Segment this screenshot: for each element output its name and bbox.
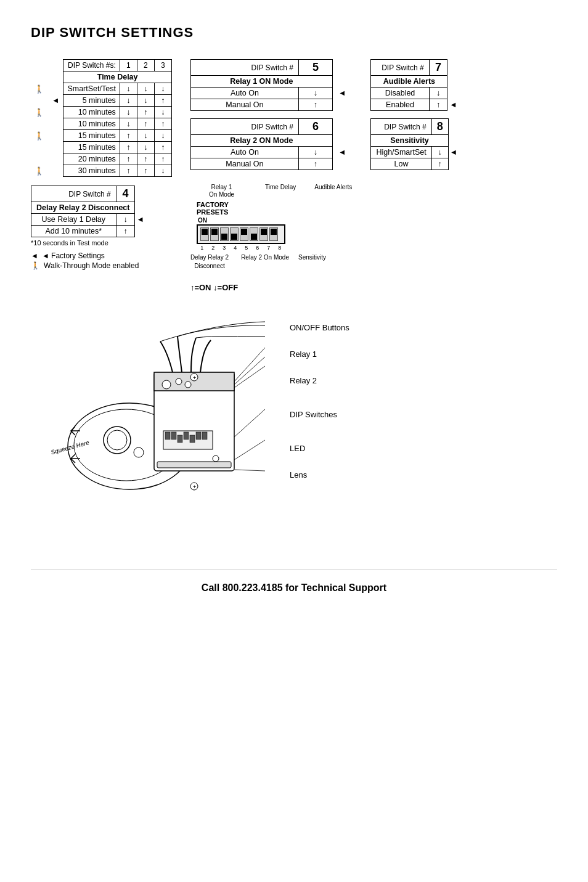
annotation-delay-relay2: Delay Relay 2Disconnect bbox=[190, 253, 229, 271]
legend-section: ◄ ◄ Factory Settings 🚶 Walk-Through Mode… bbox=[31, 251, 172, 270]
t8-row1-factory: ◄ bbox=[448, 147, 459, 158]
dip-chip-area: ON bbox=[197, 217, 353, 251]
t8-row2: Low bbox=[371, 158, 431, 170]
svg-point-18 bbox=[213, 455, 219, 462]
t4-header-label: DIP Switch # bbox=[31, 186, 116, 202]
annotation-sensitivity: Sensitivity bbox=[298, 253, 326, 271]
t4-section: Delay Relay 2 Disconnect bbox=[31, 202, 135, 214]
dip-switch-1 bbox=[200, 227, 209, 241]
t4-row2: Add 10 minutes* bbox=[31, 226, 116, 237]
label-onoff-text: ON/OFF Buttons bbox=[290, 323, 349, 332]
svg-rect-19 bbox=[157, 462, 231, 468]
t8-num: 8 bbox=[431, 119, 448, 135]
label-led: LED bbox=[290, 444, 557, 453]
svg-line-29 bbox=[234, 470, 265, 471]
t6-row2-arrow: ↑ bbox=[298, 158, 332, 170]
annotation-audible: Audible Alerts bbox=[314, 184, 352, 191]
svg-rect-9 bbox=[171, 432, 176, 439]
table-row: 🚶 10 minutes ↓ ↑ ↓ bbox=[31, 107, 171, 118]
right-col: DIP Switch # 7 Audible Alerts Disabled ↓… bbox=[370, 59, 459, 170]
switch-knob-1 bbox=[202, 229, 208, 235]
t4-row1-factory: ◄ bbox=[135, 214, 145, 226]
triangle-icon: ◄ bbox=[31, 251, 38, 260]
t5-num: 5 bbox=[298, 60, 332, 76]
annotation-relay1-on: Relay 1On Mode bbox=[209, 184, 234, 198]
t7-section: Audible Alerts bbox=[371, 76, 447, 88]
table-row: 10 minutes ↓ ↑ ↑ bbox=[31, 118, 171, 130]
t6-row1-factory: ◄ bbox=[332, 147, 351, 158]
table-4: DIP Switch # 4 Delay Relay 2 Disconnect … bbox=[31, 186, 146, 237]
label-led-text: LED bbox=[290, 444, 305, 453]
svg-point-2 bbox=[104, 427, 131, 454]
svg-line-28 bbox=[234, 440, 265, 460]
device-labels: ON/OFF Buttons Relay 1 Relay 2 DIP Switc… bbox=[290, 311, 557, 497]
label-lens-text: Lens bbox=[290, 470, 307, 480]
dip-chip: ON bbox=[197, 217, 285, 251]
t7-row2: Enabled bbox=[371, 99, 429, 111]
t5-section: Relay 1 ON Mode bbox=[190, 76, 332, 88]
t5-row1-factory: ◄ bbox=[332, 88, 351, 99]
bottom-cta: Call 800.223.4185 for Technical Support bbox=[31, 570, 557, 594]
table4-wrapper: DIP Switch # 4 Delay Relay 2 Disconnect … bbox=[31, 186, 172, 247]
row2-label: 5 minutes bbox=[63, 95, 120, 107]
t8-row2-arrow: ↑ bbox=[431, 158, 448, 170]
t5-row2-arrow: ↑ bbox=[298, 99, 332, 111]
svg-point-16 bbox=[176, 378, 182, 385]
table-123-wrapper: DIP Switch #s: 1 2 3 Time Delay 🚶 SmartS… bbox=[31, 59, 172, 271]
t6-section: Relay 2 ON Mode bbox=[190, 135, 332, 147]
svg-point-17 bbox=[185, 382, 191, 388]
switch-knob-5 bbox=[241, 229, 247, 235]
table-row: 🚶 15 minutes ↑ ↓ ↓ bbox=[31, 130, 171, 142]
dip-switch-4 bbox=[230, 227, 239, 241]
r1c2: ↓ bbox=[137, 83, 154, 95]
row1-label: SmartSet/Test bbox=[63, 83, 120, 95]
t6-row2: Manual On bbox=[190, 158, 298, 170]
svg-point-4 bbox=[134, 447, 144, 457]
t7-row2-arrow: ↑ bbox=[429, 99, 447, 111]
r1c1: ↓ bbox=[120, 83, 137, 95]
label-relay2-text: Relay 2 bbox=[290, 376, 317, 385]
table-7: DIP Switch # 7 Audible Alerts Disabled ↓… bbox=[370, 59, 459, 111]
factory-marker-1 bbox=[48, 83, 63, 95]
t4-num: 4 bbox=[116, 186, 135, 202]
dip-numbers: 1 2 3 4 5 6 7 8 bbox=[197, 245, 285, 251]
switch-knob-3 bbox=[221, 234, 227, 240]
col2-num: 2 bbox=[137, 60, 154, 71]
label-dip-text: DIP Switches bbox=[290, 410, 337, 419]
switch-knob-8 bbox=[271, 229, 277, 235]
dip-settings-section: DIP Switch #s: 1 2 3 Time Delay 🚶 SmartS… bbox=[31, 59, 557, 292]
t5-row2: Manual On bbox=[190, 99, 298, 111]
on-label: ON bbox=[198, 217, 285, 224]
on-off-legend: ↑=ON ↓=OFF bbox=[190, 283, 353, 292]
t6-num: 6 bbox=[298, 119, 332, 135]
walk-icon-1: 🚶 bbox=[31, 83, 48, 95]
t7-row1: Disabled bbox=[371, 88, 429, 99]
svg-rect-12 bbox=[190, 435, 195, 443]
annotation-time-delay: Time Delay bbox=[265, 184, 296, 191]
t4-row1: Use Relay 1 Delay bbox=[31, 214, 116, 226]
dip-switch-5 bbox=[240, 227, 248, 241]
t5-row1-arrow: ↓ bbox=[298, 88, 332, 99]
svg-rect-14 bbox=[202, 432, 207, 439]
table-row: 15 minutes ↑ ↓ ↑ bbox=[31, 142, 171, 153]
switch-knob-4 bbox=[231, 234, 237, 240]
label-onoff-buttons: ON/OFF Buttons bbox=[290, 323, 557, 332]
switch-knob-2 bbox=[211, 229, 218, 235]
legend-walk: 🚶 Walk-Through Mode enabled bbox=[31, 261, 172, 270]
table-row: 20 minutes ↑ ↑ ↑ bbox=[31, 153, 171, 165]
t4-row2-arrow: ↑ bbox=[116, 226, 135, 237]
svg-line-26 bbox=[234, 366, 265, 388]
dip-switch-7 bbox=[259, 227, 268, 241]
label-dip-switches: DIP Switches bbox=[290, 410, 557, 419]
t8-row1-arrow: ↓ bbox=[431, 147, 448, 158]
label-lens: Lens bbox=[290, 470, 557, 480]
label-relay1: Relay 1 bbox=[290, 349, 557, 359]
t7-row1-arrow: ↓ bbox=[429, 88, 447, 99]
t7-header-label: DIP Switch # bbox=[371, 60, 429, 76]
svg-rect-11 bbox=[184, 432, 189, 439]
dip-diagram-area: Relay 1On Mode Time Delay Audible Alerts… bbox=[190, 184, 353, 271]
table123-header-label: DIP Switch #s: bbox=[63, 60, 120, 71]
t6-row1: Auto On bbox=[190, 147, 298, 158]
svg-line-27 bbox=[234, 409, 265, 437]
svg-rect-8 bbox=[165, 432, 170, 439]
